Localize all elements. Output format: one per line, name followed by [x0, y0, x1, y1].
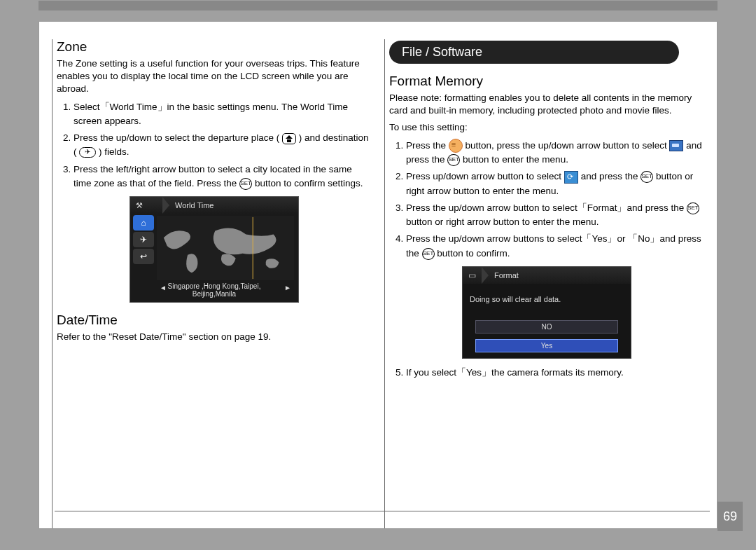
format-step-3: Press the up/down arrow button to select… [406, 201, 704, 230]
file-software-icon [564, 171, 578, 184]
set-button-icon: SET [687, 202, 699, 214]
format-step-1: Press the button, press the up/down arro… [406, 139, 704, 167]
content-columns: Zone The Zone setting is a useful functi… [39, 22, 717, 528]
lcd-titlebar: ⚒ World Time [130, 197, 298, 214]
zone-step-2: Press the up/down to select the departur… [74, 131, 372, 160]
zone-step-3: Press the left/right arrow button to sel… [74, 163, 372, 191]
zone-heading: Zone [57, 39, 372, 55]
world-map [157, 216, 294, 280]
set-button-icon: SET [239, 178, 252, 190]
home-icon [282, 133, 296, 144]
format-heading: Format Memory [389, 74, 704, 89]
chevron-right-icon [162, 197, 169, 214]
tab-home[interactable]: ⌂ [133, 215, 154, 231]
lcd-side-tabs: ⌂ ✈ ↩ [130, 214, 157, 280]
bottom-rule [55, 511, 710, 511]
lcd-body: ⌂ ✈ ↩ [130, 214, 298, 280]
manual-page: Zone The Zone setting is a useful functi… [38, 21, 718, 529]
format-step-5: If you select「Yes」the camera formats its… [406, 366, 704, 380]
lcd2-titlebar: ▭ Format [463, 267, 631, 284]
page-number: 69 [718, 502, 743, 531]
right-arrow-icon[interactable]: ► [284, 284, 291, 291]
cities-line-2: Beijing,Manila [130, 290, 298, 298]
menu-button-icon [449, 139, 463, 153]
format-lcd: ▭ Format Doing so will clear all data. N… [462, 266, 631, 359]
wrench-icon: ⚒ [136, 201, 143, 210]
set-button-icon: SET [422, 248, 435, 260]
tab-plane[interactable]: ✈ [133, 232, 154, 247]
zone-steps: Select「World Time」in the basic settings … [57, 100, 372, 191]
format-step-2: Press up/down arrow button to select and… [406, 170, 704, 198]
toolbox-icon [669, 140, 683, 151]
zone-intro: The Zone setting is a useful function fo… [57, 57, 372, 96]
zone-step-1: Select「World Time」in the basic settings … [74, 100, 372, 129]
plane-icon: ✈ [79, 147, 96, 158]
world-map-svg [157, 216, 294, 280]
left-column: Zone The Zone setting is a useful functi… [52, 39, 372, 528]
world-time-lcd: ⚒ World Time ⌂ ✈ ↩ [130, 196, 299, 303]
format-step-4: Press the up/down arrow buttons to selec… [406, 232, 704, 261]
set-button-icon: SET [640, 171, 653, 183]
lcd2-title-label: Format [489, 271, 519, 280]
card-icon: ▭ [468, 270, 476, 280]
cities-line-1: Singapore ,Hong Kong,Taipei, [130, 282, 298, 290]
lcd-footer: ◄ Singapore ,Hong Kong,Taipei, Beijing,M… [130, 280, 298, 302]
chevron-right-icon [482, 267, 489, 284]
option-yes[interactable]: Yes [475, 339, 618, 352]
page-top-border [38, 1, 718, 11]
set-button-icon: SET [447, 154, 460, 166]
format-intro: Please note: formatting enables you to d… [389, 92, 704, 117]
option-no[interactable]: NO [475, 320, 618, 334]
right-column: File / Software Format Memory Please not… [384, 39, 704, 528]
datetime-heading: Date/Time [57, 312, 372, 328]
format-steps-cont: If you select「Yes」the camera formats its… [389, 366, 704, 380]
section-pill: File / Software [389, 41, 679, 64]
lcd2-message: Doing so will clear all data. [463, 284, 631, 320]
datetime-text: Refer to the "Reset Date/Time" section o… [57, 331, 372, 343]
format-steps: Press the button, press the up/down arro… [389, 139, 704, 261]
format-use: To use this setting: [389, 121, 704, 134]
left-arrow-icon[interactable]: ◄ [160, 284, 167, 291]
lcd-title-label: World Time [169, 201, 214, 209]
tab-back[interactable]: ↩ [133, 249, 154, 264]
